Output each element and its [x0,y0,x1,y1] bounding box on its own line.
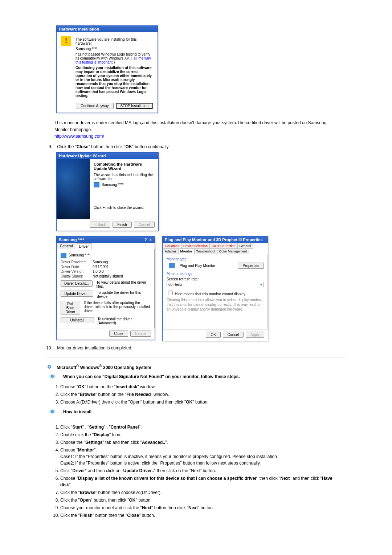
tab-device-selection[interactable]: Device Selection [181,243,210,249]
steps-list-b: Click "Start" , "Setting" , "Control Pan… [47,424,345,519]
text-line: The software you are installing for this… [75,37,153,45]
separator [47,357,345,357]
wizard-main: Completing the Hardware Update Wizard Th… [90,159,158,219]
refresh-rate-label: Screen refresh rate: [167,277,264,281]
wizard-subtext: The wizard has finished installing the s… [94,173,155,181]
close-button[interactable]: Close [109,331,128,337]
note-paragraph: This monitor driver is under certified M… [54,119,338,140]
tab-color-management[interactable]: Color Management [217,248,249,254]
list-item: Double click the "Display" Icon. [60,432,345,438]
step-9: 9. Click the "Close" button then click "… [44,144,345,149]
list-item: Choose the "Settings" tab and then click… [60,439,345,446]
hardware-installation-dialog: Hardware Installation The software you a… [56,25,158,113]
group-label: Monitor settings [167,272,264,276]
monitor-icon [94,182,99,187]
wizard-hint: Click Finish to close the wizard. [94,206,155,210]
list-item: Choose "Monitor".Case1: If the "Properti… [60,447,345,466]
tab-adapter[interactable]: Adapter [163,248,179,254]
cancel-button[interactable]: Cancel [223,332,244,338]
list-item: Choose "Display a list of the known driv… [60,475,345,488]
list-item: Click the "Open" button, then click "OK"… [60,497,345,503]
warning-note: Clearing this check box allows you to se… [167,297,264,312]
device-name: Samsung **** [75,47,153,51]
step-orb-icon [49,374,56,380]
list-item: Choose A:(D:\Driver) then click the "Ope… [60,399,345,405]
sub-section: How to install [49,409,345,415]
continue-anyway-button[interactable]: Continue Anyway [76,103,113,109]
svg-point-1 [49,366,50,368]
group-label: Monitor type [167,257,264,261]
tab-driver[interactable]: Driver [76,243,92,249]
list-item: Click the "Finish" button then the "Clos… [60,512,345,519]
svg-point-3 [51,375,54,378]
svg-point-5 [51,410,54,413]
warning-text: Continuing your installation of this sof… [75,66,153,98]
tab-general[interactable]: General [237,243,253,249]
list-item: Click the "Browse" button then choose A:… [60,489,345,496]
list-item: Choose "OK" button on the "Insert disk" … [60,384,345,390]
tab-monitor[interactable]: Monitor [178,248,195,254]
tab-color-correction[interactable]: Color Correction [209,243,238,249]
help-close-icon[interactable]: ? × [258,242,266,246]
finish-button[interactable]: Finish [113,222,132,228]
subheading-text: When you can see "Digital Signature Not … [63,374,240,379]
properties-button[interactable]: Properties [238,263,264,269]
tab-troubleshoot[interactable]: Troubleshoot [194,248,217,254]
dialog-title: Hardware Update Wizard [57,153,158,159]
dialog-title: Samsung ****? × [57,236,155,243]
device-name: Samsung **** [69,253,91,257]
monitor-icon [61,253,66,258]
cancel-button: Cancel [134,222,155,228]
samsung-link[interactable]: http://www.samsung.com/ [54,134,104,139]
warning-icon [61,36,71,46]
hide-modes-label: Hide modes that this monitor cannot disp… [175,292,245,296]
sub-section: When you can see "Digital Signature Not … [49,374,345,380]
document-page: Hardware Installation The software you a… [0,0,392,542]
tab-general[interactable]: General [57,243,76,249]
ok-button[interactable]: OK [206,332,220,338]
wizard-heading: Completing the Hardware Update Wizard [94,162,155,171]
monitor-icon [169,263,175,268]
refresh-rate-select[interactable]: 60 Hertz▾ [167,282,264,287]
back-button: < Back [90,222,110,228]
tab-strip: General Driver [57,243,155,249]
list-item: Click the "Browse" button on the "File N… [60,391,345,398]
hide-modes-checkbox[interactable] [168,291,173,295]
help-close-icon[interactable]: ? × [144,238,152,242]
section-heading: Microsoft® Windows® 2000 Operating Syste… [47,364,345,370]
uninstall-button[interactable]: Uninstall [61,317,94,323]
monitor-type-value: Plug and Play Monitor [180,264,215,268]
monitor-properties-dialog: Plug and Play Monitor and 3D Prophet III… [162,236,268,341]
roll-back-driver-button[interactable]: Roll Back Driver [61,301,80,315]
subheading-text: How to install [63,409,91,414]
device-name: Samsung **** [102,182,124,186]
tab-geforce[interactable]: GeForce3 [163,243,181,249]
dialog-body: The software you are installing for this… [75,36,153,99]
update-driver-button[interactable]: Update Driver... [61,291,93,297]
hardware-update-wizard-dialog: Hardware Update Wizard Completing the Ha… [56,152,159,231]
driver-properties-dialog: Samsung ****? × General Driver Samsung *… [56,236,155,340]
apply-button: Apply [246,332,264,338]
bullet-icon [47,365,52,369]
driver-details-button[interactable]: Driver Details... [61,280,93,287]
list-item: Choose your monitor model and click the … [60,505,345,511]
step-10: 10. Monitor driver installation is compl… [44,345,345,351]
tab-strip: GeForce3 Device Selection Color Correcti… [163,243,258,254]
chevron-down-icon: ▾ [260,283,262,287]
cancel-button: Cancel [130,331,151,337]
steps-list-a: Choose "OK" button on the "Insert disk" … [47,384,345,405]
list-item: Click "Driver" and then click on "Update… [60,467,345,474]
dialog-title: Plug and Play Monitor and 3D Prophet III… [163,236,268,243]
dialog-title: Hardware Installation [57,26,158,32]
step-orb-icon [49,409,56,415]
text-line: has not passed Windows Logo testing to v… [75,52,153,64]
stop-installation-button[interactable]: STOP Installation [116,103,153,109]
heading-text: Microsoft® Windows® 2000 Operating Syste… [57,364,151,370]
wizard-side-graphic [57,159,90,219]
list-item: Click "Start" , "Setting" , "Control Pan… [60,424,345,430]
